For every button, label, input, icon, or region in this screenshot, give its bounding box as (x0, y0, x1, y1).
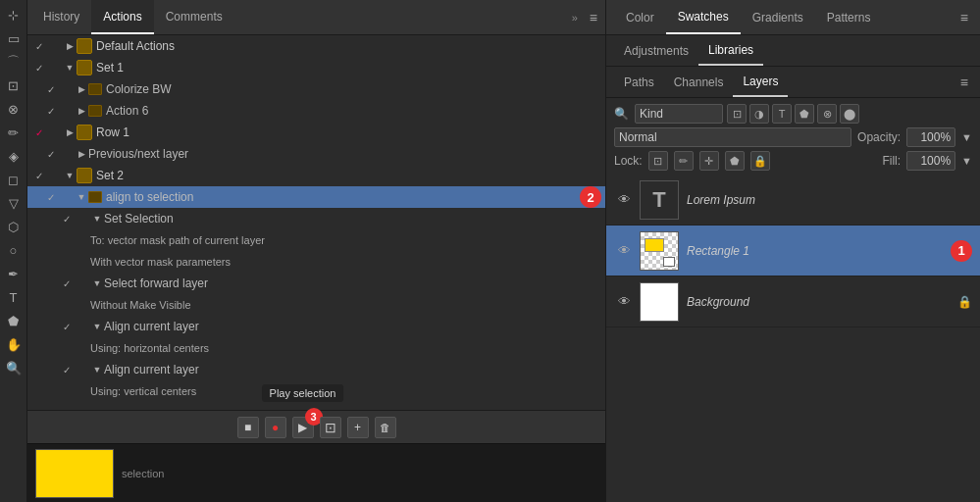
lock-row: Lock: ⊡ ✏ ✛ ⬟ 🔒 Fill: 100% ▼ (614, 151, 972, 171)
text-kind-btn[interactable]: T (772, 104, 792, 124)
clone-tool-icon[interactable]: ◈ (3, 145, 25, 167)
eraser-tool-icon[interactable]: ◻ (3, 169, 25, 190)
action-row-select-forward[interactable]: ✓ ▼ Select forward layer (27, 273, 605, 294)
label-align-current1: Align current layer (104, 320, 601, 333)
action-row-to-vector[interactable]: To: vector mask path of current layer (27, 229, 605, 251)
adjustment-kind-btn[interactable]: ◑ (749, 104, 769, 124)
record-button[interactable]: ● (265, 417, 286, 438)
action-row-default-actions[interactable]: ✓ ▶ Default Actions (27, 35, 605, 57)
layer-name-lorem: Lorem Ipsum (687, 193, 972, 207)
expand-set2[interactable]: ▼ (63, 171, 77, 180)
expand-align-curr2[interactable]: ▼ (90, 365, 104, 375)
layer-eye-rect1[interactable]: 👁 (614, 243, 634, 258)
pen-tool-icon[interactable]: ✒ (3, 263, 25, 284)
new-set-button[interactable]: ⊡ (320, 417, 341, 438)
expand-action6[interactable]: ▶ (75, 106, 88, 116)
pixel-kind-btn[interactable]: ⊡ (727, 104, 747, 124)
action-row-action6[interactable]: ✓ ▶ Action 6 (27, 100, 605, 122)
layer-row-background[interactable]: 👁 Background 🔒 (606, 276, 980, 327)
expand-align-curr1[interactable]: ▼ (90, 322, 104, 331)
layer-name-bg: Background (687, 295, 954, 309)
select-tool-icon[interactable]: ▭ (3, 27, 25, 49)
action-row-without-make[interactable]: Without Make Visible (27, 294, 605, 316)
expand-colorize[interactable]: ▶ (75, 84, 88, 94)
layer-eye-bg[interactable]: 👁 (614, 294, 634, 309)
tab-layers[interactable]: Layers (733, 67, 788, 97)
hand-tool-icon[interactable]: ✋ (3, 333, 25, 355)
blur-tool-icon[interactable]: ⬡ (3, 216, 25, 237)
lasso-tool-icon[interactable]: ⌒ (3, 51, 25, 73)
expand-select-fwd[interactable]: ▼ (90, 278, 104, 288)
expand-align-sel[interactable]: ▼ (75, 192, 88, 202)
blend-mode-select[interactable]: Normal (614, 127, 851, 147)
action-row-with-vector[interactable]: With vector mask parameters (27, 251, 605, 273)
expand-set-sel[interactable]: ▼ (90, 214, 104, 224)
layer-row-lorem-ipsum[interactable]: 👁 T Lorem Ipsum (606, 175, 980, 226)
action-row-set-selection[interactable]: ✓ ▼ Set Selection (27, 208, 605, 229)
extra-kind-btn[interactable]: ⬤ (840, 104, 859, 124)
zoom-tool-icon[interactable]: 🔍 (3, 357, 25, 378)
tab-paths[interactable]: Paths (614, 67, 664, 97)
label-with-vector: With vector mask parameters (90, 256, 601, 268)
smart-kind-btn[interactable]: ⊗ (817, 104, 837, 124)
lock-pixel-btn[interactable]: ⊡ (648, 151, 668, 171)
opacity-value[interactable]: 100% (906, 127, 955, 147)
action-row-prev-next[interactable]: ✓ ▶ Previous/next layer (27, 143, 605, 165)
brush-tool-icon[interactable]: ✏ (3, 122, 25, 143)
tab-scroll-arrows[interactable]: » (572, 12, 578, 24)
tab-libraries[interactable]: Libraries (698, 35, 763, 66)
tab-adjustments[interactable]: Adjustments (614, 35, 698, 66)
lock-all-btn[interactable]: 🔒 (750, 151, 770, 171)
delete-button[interactable]: 🗑 (375, 417, 396, 438)
fill-label: Fill: (882, 154, 901, 168)
tab-gradients[interactable]: Gradients (741, 0, 815, 34)
action-row-row1[interactable]: ✓ ▶ Row 1 (27, 122, 605, 143)
paint-bucket-icon[interactable]: ▽ (3, 192, 25, 214)
label-using-vert: Using: vertical centers (90, 385, 601, 397)
play-button[interactable]: ▶ 3 Play selection (292, 417, 314, 438)
crop-tool-icon[interactable]: ⊡ (3, 75, 25, 96)
tab-channels[interactable]: Channels (664, 67, 734, 97)
fill-value[interactable]: 100% (906, 151, 955, 171)
action-row-set1[interactable]: ✓ ▼ Set 1 (27, 57, 605, 78)
expand-default-actions[interactable]: ▶ (63, 41, 77, 51)
canvas-preview-area: selection (27, 443, 605, 502)
layer-row-rectangle1[interactable]: 👁 Rectangle 1 1 (606, 226, 980, 276)
opacity-label: Opacity: (857, 130, 901, 144)
action-row-using-vert[interactable]: Using: vertical centers (27, 380, 605, 402)
action-row-align-current1[interactable]: ✓ ▼ Align current layer (27, 316, 605, 337)
lock-draw-btn[interactable]: ✏ (674, 151, 694, 171)
action-row-align-current2[interactable]: ✓ ▼ Align current layer (27, 359, 605, 380)
dodge-tool-icon[interactable]: ○ (3, 239, 25, 261)
action-row-set2[interactable]: ✓ ▼ Set 2 (27, 165, 605, 186)
kind-select[interactable]: Kind (635, 104, 723, 124)
shape-tool-icon[interactable]: ⬟ (3, 310, 25, 331)
eyedropper-icon[interactable]: ⊗ (3, 98, 25, 120)
action-row-align-selection[interactable]: ✓ ▼ align to selection 2 (27, 186, 605, 208)
check-align-sel: ✓ (43, 192, 59, 203)
layers-controls: 🔍 Kind ⊡ ◑ T ⬟ ⊗ ⬤ Normal Opacity: 100% … (606, 98, 980, 175)
tab-swatches[interactable]: Swatches (666, 0, 741, 34)
action-row-using-horiz[interactable]: Using: horizontal centers (27, 337, 605, 359)
layer-eye-lorem[interactable]: 👁 (614, 192, 634, 207)
tab-comments[interactable]: Comments (154, 0, 234, 34)
expand-set1[interactable]: ▼ (63, 63, 77, 73)
new-action-button[interactable]: + (347, 417, 369, 438)
right-panel-menu-icon[interactable]: ≡ (956, 10, 972, 25)
stop-button[interactable]: ■ (237, 417, 259, 438)
panel-menu-icon[interactable]: ≡ (586, 10, 601, 25)
move-tool-icon[interactable]: ⊹ (3, 4, 25, 25)
lock-art-btn[interactable]: ⬟ (725, 151, 745, 171)
tab-color[interactable]: Color (614, 0, 666, 34)
right-sub-tab-bar: Adjustments Libraries (606, 35, 980, 67)
tab-actions[interactable]: Actions (91, 0, 153, 34)
shape-kind-btn[interactable]: ⬟ (795, 104, 814, 124)
expand-prev-next[interactable]: ▶ (75, 149, 88, 159)
tab-patterns[interactable]: Patterns (815, 0, 883, 34)
action-row-colorize[interactable]: ✓ ▶ Colorize BW (27, 78, 605, 100)
tab-history[interactable]: History (31, 0, 91, 34)
expand-row1[interactable]: ▶ (63, 127, 77, 137)
lock-pos-btn[interactable]: ✛ (699, 151, 719, 171)
layers-panel-menu-icon[interactable]: ≡ (956, 75, 972, 90)
type-tool-icon[interactable]: T (3, 286, 25, 308)
